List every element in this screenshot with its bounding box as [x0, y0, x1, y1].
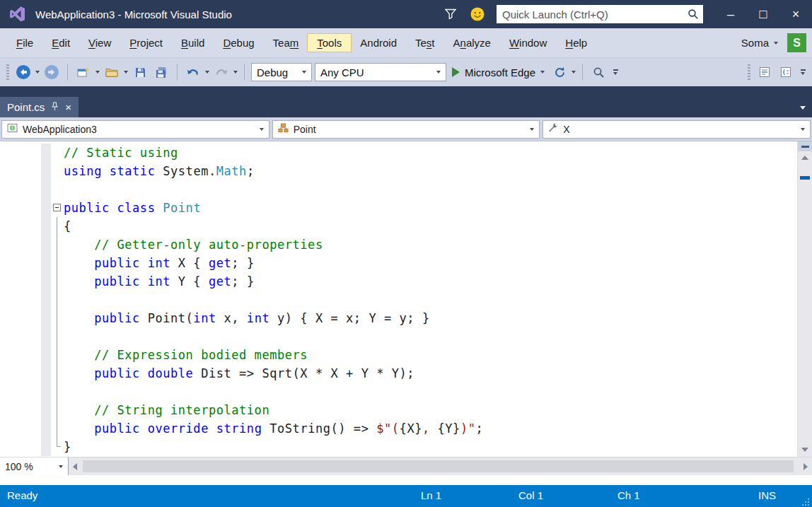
close-button[interactable]: × — [779, 0, 812, 28]
tab-point-cs[interactable]: Point.cs × — [0, 97, 79, 117]
code-line-7[interactable]: public int X { get; } — [0, 254, 797, 272]
code-line-12[interactable]: // Expression bodied members — [0, 346, 797, 364]
code-line-15[interactable]: // String interpolation — [0, 401, 797, 419]
undo-button[interactable] — [184, 63, 202, 81]
dropdown-icon[interactable] — [35, 71, 40, 74]
scrollbar-track[interactable] — [81, 458, 799, 475]
navigate-forward-button[interactable] — [42, 63, 61, 81]
code-line-1[interactable]: // Static using — [0, 144, 797, 162]
filter-funnel-icon[interactable] — [441, 5, 460, 23]
find-in-files-button[interactable] — [589, 63, 608, 81]
menu-test[interactable]: Test — [406, 34, 444, 52]
document-tab-strip: Point.cs × — [0, 86, 812, 117]
menu-team[interactable]: Team — [264, 34, 308, 52]
menu-android[interactable]: Android — [351, 34, 406, 52]
menu-view[interactable]: View — [79, 34, 120, 52]
separator — [67, 64, 68, 81]
code-line-16[interactable]: public override string ToString() => $"(… — [0, 419, 797, 438]
code-line-17[interactable]: } — [0, 438, 797, 456]
redo-button[interactable] — [212, 63, 231, 81]
code-line-2[interactable]: using static System.Math; — [0, 162, 797, 180]
menu-project[interactable]: Project — [120, 34, 172, 52]
code-block-icon[interactable] — [777, 63, 795, 81]
navigate-backward-button[interactable] — [14, 63, 33, 81]
separator — [244, 64, 245, 81]
solution-platform-dropdown[interactable]: Any CPU — [315, 63, 446, 81]
chevron-down-icon[interactable] — [774, 42, 778, 45]
quick-launch-box[interactable] — [497, 5, 703, 23]
menu-debug[interactable]: Debug — [214, 34, 263, 52]
split-window-handle[interactable] — [798, 141, 812, 151]
fold-line — [57, 438, 61, 447]
project-dropdown[interactable]: WebApplication3 — [1, 120, 269, 139]
member-dropdown[interactable]: X — [543, 120, 811, 139]
close-tab-icon[interactable]: × — [65, 102, 71, 112]
dropdown-icon[interactable] — [572, 71, 576, 74]
class-icon — [278, 123, 289, 135]
type-dropdown[interactable]: Point — [272, 120, 540, 139]
feedback-smiley-icon[interactable] — [468, 5, 487, 23]
document-list-chevron-icon[interactable] — [800, 106, 806, 110]
dropdown-icon — [530, 128, 534, 131]
toolbar-grip[interactable] — [748, 64, 750, 80]
zoom-dropdown[interactable]: 100 % — [0, 458, 69, 475]
code-line-11[interactable] — [0, 327, 797, 346]
scrollbar-thumb[interactable] — [83, 460, 794, 472]
fold-line — [57, 401, 57, 419]
menu-build[interactable]: Build — [172, 34, 214, 52]
maximize-button[interactable]: □ — [747, 0, 779, 28]
toolbar-overflow-button[interactable] — [610, 69, 620, 75]
save-button[interactable] — [131, 63, 149, 81]
collapse-region-icon[interactable] — [53, 204, 61, 211]
dropdown-icon[interactable] — [124, 71, 128, 74]
user-name[interactable]: Soma — [741, 37, 769, 49]
resize-grip[interactable] — [801, 496, 810, 505]
dropdown-icon[interactable] — [205, 71, 209, 74]
scroll-up-icon[interactable] — [798, 152, 812, 163]
start-debugging-button[interactable]: Microsoft Edge — [449, 66, 547, 78]
menu-analyze[interactable]: Analyze — [444, 34, 500, 52]
code-line-6[interactable]: // Getter-only auto-properties — [0, 235, 797, 254]
user-avatar[interactable]: S — [787, 33, 806, 52]
minimize-button[interactable]: – — [714, 0, 747, 28]
tab-label: Point.cs — [7, 101, 45, 113]
quick-launch-input[interactable] — [497, 8, 683, 21]
code-line-3[interactable] — [0, 180, 797, 199]
refresh-button[interactable] — [550, 63, 569, 81]
search-icon[interactable] — [683, 8, 703, 20]
code-line-9[interactable] — [0, 291, 797, 309]
dropdown-icon — [540, 71, 545, 74]
code-line-13[interactable]: public double Dist => Sqrt(X * X + Y * Y… — [0, 364, 797, 383]
new-project-button[interactable] — [74, 63, 93, 81]
menu-window[interactable]: Window — [500, 34, 556, 52]
code-line-4[interactable]: public class Point — [0, 199, 797, 217]
menu-items: FileEditViewProjectBuildDebugTeamToolsAn… — [7, 34, 596, 52]
code-line-8[interactable]: public int Y { get; } — [0, 272, 797, 291]
status-bar: Ready Ln 1 Col 1 Ch 1 INS — [0, 485, 812, 507]
toolbar-overflow-button[interactable] — [798, 69, 808, 75]
menu-file[interactable]: File — [7, 34, 42, 52]
pin-icon[interactable] — [51, 101, 59, 113]
menu-edit[interactable]: Edit — [42, 34, 79, 52]
vertical-scrollbar[interactable] — [797, 141, 812, 457]
horizontal-scrollbar[interactable] — [69, 458, 812, 475]
scroll-down-icon[interactable] — [798, 444, 812, 455]
dropdown-icon[interactable] — [95, 71, 100, 74]
menu-help[interactable]: Help — [556, 34, 596, 52]
scroll-left-icon[interactable] — [69, 458, 81, 475]
dropdown-icon[interactable] — [233, 71, 238, 74]
menu-tools[interactable]: Tools — [308, 34, 351, 52]
code-lines[interactable]: // Static usingusing static System.Math;… — [0, 141, 797, 457]
separator — [177, 64, 178, 81]
open-file-button[interactable] — [103, 63, 121, 81]
code-line-5[interactable]: { — [0, 217, 797, 235]
scroll-right-icon[interactable] — [799, 458, 812, 475]
fold-line — [57, 272, 57, 291]
solution-configuration-dropdown[interactable]: Debug — [251, 63, 312, 81]
code-line-14[interactable] — [0, 383, 797, 401]
document-outline-icon[interactable] — [755, 63, 774, 81]
toolbar-grip[interactable] — [6, 64, 9, 80]
code-line-10[interactable]: public Point(int x, int y) { X = x; Y = … — [0, 309, 797, 327]
save-all-button[interactable] — [152, 63, 170, 81]
web-project-icon — [7, 123, 18, 135]
